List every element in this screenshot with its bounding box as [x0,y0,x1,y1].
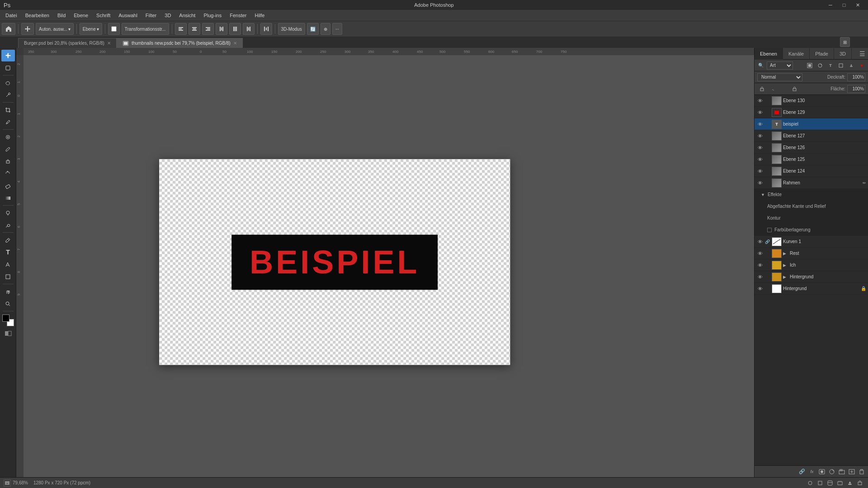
hand-tool[interactable] [1,286,15,297]
layer-farbueberlag[interactable]: Farbüberlagerung [755,224,868,236]
zoom-tool[interactable] [1,298,15,310]
layer-visibility-ebene-126[interactable]: 👁 [756,144,764,151]
align-right-button[interactable] [202,23,214,35]
ich-arrow[interactable]: ▶ [783,263,788,267]
rotate-button[interactable]: 🔄 [307,23,319,35]
layer-visibility-ebene-124[interactable]: 👁 [756,168,764,175]
layer-visibility-ebene-129[interactable]: 👁 [756,109,764,116]
layer-ich[interactable]: 👁 ▶ Ich [755,259,868,271]
status-btn-6[interactable] [855,479,864,487]
layer-rest[interactable]: 👁 ▶ Rest [755,248,868,259]
menu-auswahl[interactable]: Auswahl [115,12,141,19]
eyedropper-tool[interactable] [1,116,15,128]
checkbox-button[interactable] [108,23,120,35]
tab-arrange-button[interactable]: ⊞ [840,37,850,47]
ebene-dropdown[interactable]: Ebene ▾ [80,23,102,35]
layer-visibility-hintergrund[interactable]: 👁 [756,285,764,292]
menu-filter[interactable]: Filter [142,12,160,19]
layer-rahmen[interactable]: 👁 Rahmen ✏ [755,177,868,189]
layer-visibility-ebene-127[interactable]: 👁 [756,132,764,140]
tab-ebenen[interactable]: Ebenen [755,48,783,60]
path-select-tool[interactable] [1,258,15,270]
status-btn-1[interactable] [806,479,815,487]
filter-smart-btn[interactable] [847,61,856,70]
tab-burger[interactable]: Burger.psd bei 20,8% (sparkles, RGB/8) ✕ [18,38,117,48]
hintergrund-group-arrow[interactable]: ▶ [783,275,788,279]
close-button[interactable]: ✕ [851,0,864,10]
status-btn-5[interactable] [845,479,854,487]
move-tool[interactable] [1,50,15,61]
layer-kante-relief[interactable]: Abgeflachte Kante und Relief [755,201,868,212]
layer-edit-icon[interactable]: ✏ [863,181,866,185]
gradient-tool[interactable] [1,192,15,204]
filter-adj-btn[interactable] [816,61,825,70]
checkbox-input[interactable] [111,26,117,32]
layer-visibility-ich[interactable]: 👁 [756,262,764,269]
quick-mask-btn[interactable] [5,330,12,338]
menu-hilfe[interactable]: Hilfe [251,12,268,19]
footer-link-btn[interactable]: 🔗 [797,468,807,476]
align-middle-button[interactable] [229,23,241,35]
lock-all-btn[interactable] [790,85,799,93]
menu-schrift[interactable]: Schrift [93,12,114,19]
minimize-button[interactable]: ─ [824,0,837,10]
type-tool[interactable]: T [1,246,15,258]
move-tool-button[interactable] [21,23,34,35]
shape-tool[interactable] [1,271,15,282]
align-top-button[interactable] [216,23,227,35]
lock-position-btn[interactable] [779,85,788,93]
filter-type-btn[interactable]: T [826,61,835,70]
fill-input[interactable] [847,85,865,93]
tab-kanaele[interactable]: Kanäle [783,48,810,60]
panel-menu-button[interactable]: ☰ [857,50,868,57]
transform-button[interactable]: Transformationsstr... [122,23,169,35]
footer-fx-btn[interactable]: fx [807,468,816,476]
magic-wand-tool[interactable] [1,89,15,101]
stamp-tool[interactable] [1,155,15,167]
lasso-tool[interactable] [1,77,15,89]
heal-tool[interactable] [1,131,15,143]
layer-visibility-ebene-130[interactable]: 👁 [756,97,764,104]
align-center-button[interactable] [189,23,200,35]
menu-bild[interactable]: Bild [54,12,69,19]
distribute-button[interactable] [260,23,272,35]
brush-tool[interactable] [1,143,15,155]
footer-delete-btn[interactable] [857,468,866,476]
layer-ebene-125[interactable]: 👁 Ebene 125 [755,154,868,165]
layer-effekte[interactable]: ▼ Effekte [755,189,868,201]
filter-toggle-btn[interactable]: ● [857,61,866,70]
layer-visibility-rest[interactable]: 👁 [756,250,764,257]
menu-bearbeiten[interactable]: Bearbeiten [22,12,53,19]
status-btn-3[interactable] [826,479,835,487]
layer-visibility-beispiel[interactable]: 👁 [756,121,764,128]
layer-visibility-kurven[interactable]: 👁 [756,238,764,245]
layer-beispiel[interactable]: 👁 T beispiel [755,118,868,130]
footer-mask-btn[interactable] [817,468,826,476]
menu-ansicht[interactable]: Ansicht [175,12,199,19]
eraser-tool[interactable] [1,180,15,192]
opacity-input[interactable] [847,73,865,81]
tab-thumbnails[interactable]: thumbnails new.psdc bei 79,7% (beispiel,… [117,38,243,48]
layer-kurven-1[interactable]: 👁 🔗 Kurven 1 [755,236,868,248]
tab-thumbnails-close[interactable]: ✕ [233,41,237,46]
layer-visibility-hintergrund-group[interactable]: 👁 [756,273,764,281]
lock-image-btn[interactable] [768,85,777,93]
lock-transparent-btn[interactable] [757,85,766,93]
align-bottom-button[interactable] [243,23,255,35]
layer-visibility-ebene-125[interactable]: 👁 [756,156,764,163]
menu-plugins[interactable]: Plug-ins [200,12,225,19]
selection-tool[interactable] [1,62,15,74]
layer-ebene-124[interactable]: 👁 Ebene 124 [755,165,868,177]
blend-mode-select[interactable]: Normal Auflösen Abdunkeln Multiplizieren… [757,73,802,81]
tab-burger-close[interactable]: ✕ [107,41,111,46]
status-btn-4[interactable] [835,479,844,487]
more-button[interactable]: ··· [332,23,342,35]
menu-datei[interactable]: Datei [2,12,21,19]
3d-mode-button[interactable]: 3D-Modus [278,23,305,35]
color-picker[interactable] [2,314,14,326]
status-btn-2[interactable] [816,479,825,487]
maximize-button[interactable]: □ [837,0,851,10]
layer-hintergrund[interactable]: 👁 Hintergrund 🔒 [755,283,868,295]
layer-ebene-130[interactable]: 👁 Ebene 130 [755,95,868,107]
menu-ebene[interactable]: Ebene [70,12,92,19]
